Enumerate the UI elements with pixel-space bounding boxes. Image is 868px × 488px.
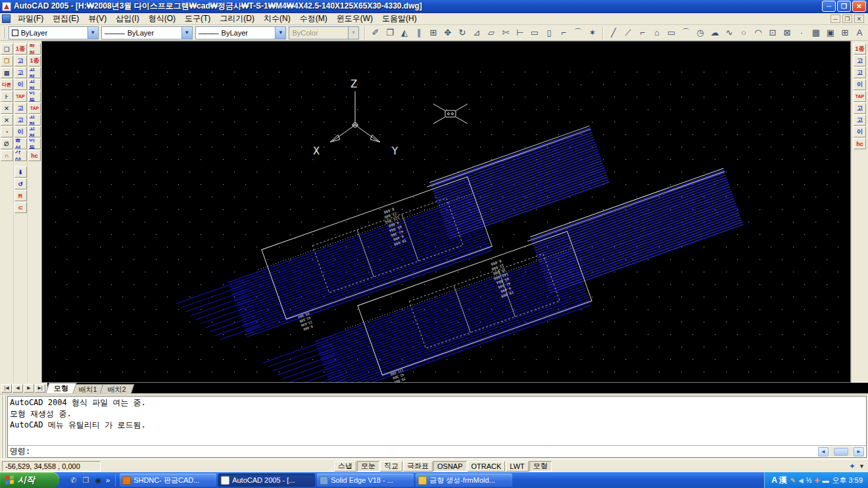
v3-antivirus-icon[interactable]: ⅓: [806, 477, 811, 484]
construction-line-icon[interactable]: ⟋: [621, 26, 635, 40]
command-prompt[interactable]: 명령:: [10, 446, 30, 457]
save-as-button[interactable]: 다른: [1, 79, 13, 90]
chevron-down-icon[interactable]: ▼: [275, 27, 285, 39]
circle-icon[interactable]: ◷: [693, 26, 708, 40]
toggle-스냅[interactable]: 스냅: [334, 461, 356, 472]
toolbar-grip[interactable]: [3, 27, 7, 39]
stretch-icon[interactable]: ▱: [484, 26, 498, 40]
menu-insert[interactable]: 삽입(I): [111, 12, 143, 25]
menu-window[interactable]: 윈도우(W): [332, 12, 377, 25]
menu-view[interactable]: 뷰(V): [84, 12, 111, 25]
ellipse-arc-icon[interactable]: ◠: [751, 26, 765, 40]
menu-modify[interactable]: 수정(M): [295, 12, 332, 25]
macro-i-button[interactable]: 이: [854, 126, 866, 137]
macro-hc-button[interactable]: hc: [28, 150, 41, 161]
macro-go-button[interactable]: 고: [14, 55, 27, 66]
tab-layout2[interactable]: 배치2: [100, 384, 135, 393]
hatch-icon[interactable]: ▦: [809, 26, 823, 40]
make-block-icon[interactable]: ⊠: [780, 26, 794, 40]
move-icon[interactable]: ✥: [441, 26, 455, 40]
taskbar-clock[interactable]: 오후 3:59: [832, 476, 863, 485]
macro-tap-button[interactable]: TAP: [14, 91, 27, 102]
insert-block-icon[interactable]: ⊡: [765, 26, 780, 40]
no-plot-icon[interactable]: ∅: [1, 138, 13, 149]
toggle-모형[interactable]: 모형: [529, 461, 552, 472]
magnet-icon[interactable]: ∩: [1, 150, 13, 161]
coordinate-readout[interactable]: -56,529, 34,558 , 0,000: [2, 461, 101, 472]
mdi-restore-button[interactable]: ❐: [842, 14, 852, 23]
line-icon[interactable]: ╱: [606, 26, 621, 40]
command-history[interactable]: AutoCAD 2004 형식 파일 여는 중.모형 재생성 중.AutoCAD…: [8, 397, 866, 446]
arc-icon[interactable]: ⌒: [679, 26, 693, 40]
toggle-lwt[interactable]: LWT: [506, 461, 528, 472]
macro-i-button[interactable]: 이: [14, 126, 27, 137]
quick-launch-more-icon[interactable]: »: [106, 476, 110, 484]
task-button-shdnc[interactable]: SHDNC- 판금CAD...: [120, 474, 216, 487]
scroll-right-icon[interactable]: ▶: [854, 447, 864, 456]
macro-go-button[interactable]: 고: [14, 67, 27, 78]
menu-help[interactable]: 도움말(H): [377, 12, 422, 25]
distance-icon[interactable]: ⊦: [1, 91, 13, 102]
save-icon[interactable]: ▤: [1, 67, 13, 78]
spline-icon[interactable]: ∿: [722, 26, 736, 40]
mirror-icon[interactable]: ◭: [397, 26, 412, 40]
minimize-button[interactable]: ─: [822, 1, 836, 12]
macro-tap-button[interactable]: TAP: [854, 91, 866, 102]
macro-go-button[interactable]: 고: [854, 55, 866, 66]
task-button-solid-edge[interactable]: Solid Edge V18 - ...: [317, 474, 414, 487]
toggle-osnap[interactable]: OSNAP: [433, 461, 467, 472]
linetype-combobox[interactable]: ——— ByLayer ▼: [101, 26, 193, 39]
macro-i-button[interactable]: 이: [14, 79, 27, 90]
rotate-icon[interactable]: ↻: [455, 26, 470, 40]
macro-go-button[interactable]: 고: [14, 103, 27, 114]
revcloud-icon[interactable]: ☁: [708, 26, 722, 40]
chevron-down-icon[interactable]: ▼: [181, 27, 192, 39]
section-icon[interactable]: ⊂: [14, 202, 27, 213]
scale-icon[interactable]: ⊿: [470, 26, 484, 40]
close-button[interactable]: ✕: [852, 1, 866, 12]
array-icon[interactable]: ⊞: [426, 26, 441, 40]
extend-icon[interactable]: ⊢: [513, 26, 527, 40]
quick-launch-folder-icon[interactable]: ❒: [81, 476, 91, 485]
tab-model[interactable]: 모형: [45, 383, 76, 393]
axis-arrows-icon[interactable]: ✕: [1, 103, 13, 114]
task-button-autocad[interactable]: AutoCAD 2005 - [...: [218, 474, 315, 487]
erase-icon[interactable]: ✐: [368, 26, 383, 40]
macro-fix-button[interactable]: 고정: [28, 114, 41, 126]
red-tool-icon[interactable]: ✚: [814, 477, 819, 484]
toggle-otrack[interactable]: OTRACK: [468, 461, 506, 472]
macro-go-button[interactable]: 고: [854, 67, 866, 78]
start-button[interactable]: 시작: [0, 472, 59, 488]
macro-r-button[interactable]: R: [14, 190, 27, 201]
new-file-icon[interactable]: ❑: [1, 43, 13, 55]
restore-button[interactable]: ❐: [837, 1, 851, 12]
menu-file[interactable]: 파일(F): [13, 12, 48, 25]
polyline-icon[interactable]: ⌐: [635, 26, 650, 40]
macro-1jong-button[interactable]: 1종: [14, 43, 27, 55]
ellipse-icon[interactable]: ○: [736, 26, 751, 40]
macro-tongseol-button[interactable]: 통설: [14, 138, 27, 149]
tab-nav-1-icon[interactable]: ◀: [12, 384, 23, 393]
drawing-canvas[interactable]: XYZ19.0004.49042.30065.0044.000121.05023…: [41, 41, 851, 383]
macro-tap-button[interactable]: TAP: [28, 103, 41, 114]
color-combobox[interactable]: ByLayer ▼: [9, 26, 99, 39]
macro-fix-button[interactable]: 고정: [28, 79, 41, 90]
tab-nav-0-icon[interactable]: |◀: [1, 384, 12, 393]
ime-indicator[interactable]: A 漢: [771, 475, 787, 486]
offset-icon[interactable]: ∥: [412, 26, 426, 40]
macro-hwajeon-button[interactable]: 화전: [28, 43, 41, 55]
point-icon[interactable]: ·: [794, 26, 809, 40]
macro-i-button[interactable]: 이: [854, 79, 866, 90]
open-icon[interactable]: ❒: [1, 55, 13, 66]
macro-gaya-button[interactable]: 가야: [14, 150, 27, 161]
scrollbar-thumb[interactable]: [834, 448, 848, 456]
menu-edit[interactable]: 편집(E): [48, 12, 84, 25]
macro-fix-button[interactable]: 고정: [28, 126, 41, 137]
join-icon[interactable]: ▯: [542, 26, 556, 40]
macro-move-button[interactable]: 이동: [28, 91, 41, 102]
menu-draw[interactable]: 그리기(D): [215, 12, 259, 25]
copy-icon[interactable]: ❐: [383, 26, 397, 40]
toggle-모눈[interactable]: 모눈: [357, 461, 379, 472]
back-arrow-icon[interactable]: ◀: [798, 477, 804, 484]
polygon-icon[interactable]: ⌂: [650, 26, 664, 40]
